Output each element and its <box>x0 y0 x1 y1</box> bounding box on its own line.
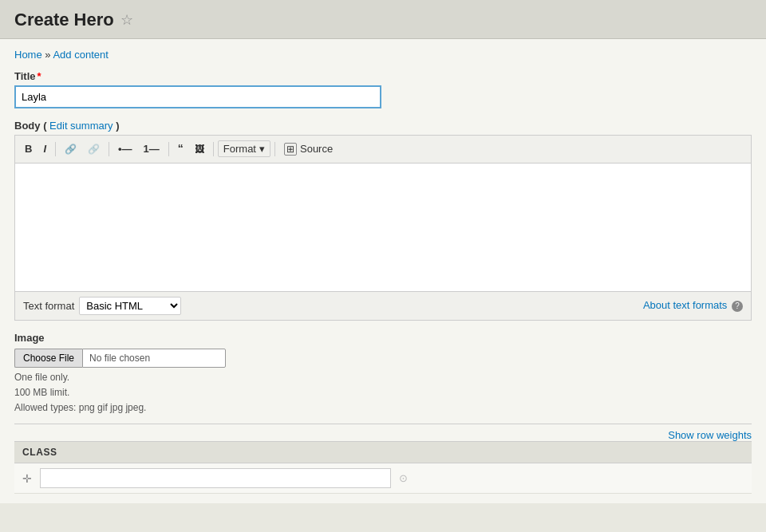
source-button[interactable]: ⊞ Source <box>279 141 338 157</box>
text-format-bar: Text format Basic HTML Restricted HTML F… <box>15 291 751 320</box>
page-title: Create Hero <box>14 10 114 30</box>
breadcrumb-add-content-link[interactable]: Add content <box>53 49 108 61</box>
file-input-wrapper: Choose File No file chosen <box>14 349 752 368</box>
class-input[interactable] <box>40 468 391 488</box>
breadcrumb-separator: » <box>45 49 50 61</box>
format-label: Format <box>223 143 256 155</box>
editor-toolbar: B I 🔗 🔗 •— 1— “ <box>15 136 751 164</box>
toolbar-separator-1 <box>55 142 56 156</box>
file-hint-types: Allowed types: png gif jpg jpeg. <box>14 400 752 416</box>
row-weights-row: Show row weights <box>14 424 752 441</box>
link-icon: 🔗 <box>65 144 77 155</box>
breadcrumb-home-link[interactable]: Home <box>14 49 42 61</box>
edit-summary-link[interactable]: Edit summary <box>49 120 113 132</box>
format-dropdown-arrow: ▾ <box>259 143 265 155</box>
source-icon: ⊞ <box>284 143 297 156</box>
ordered-list-button[interactable]: 1— <box>139 140 164 159</box>
class-section: CLASS ✛ ⊙ <box>14 441 752 494</box>
show-row-weights-link[interactable]: Show row weights <box>668 429 752 441</box>
breadcrumb: Home » Add content <box>14 49 752 61</box>
unordered-list-button[interactable]: •— <box>113 140 137 159</box>
required-indicator: * <box>38 70 41 82</box>
file-hint-size: 100 MB limit. <box>14 385 752 400</box>
bold-button[interactable]: B <box>20 140 37 159</box>
target-icon: ⊙ <box>399 472 408 484</box>
content-area: Home » Add content Title* Body ( Edit su… <box>0 39 766 503</box>
title-label: Title* <box>14 70 752 82</box>
text-format-select[interactable]: Basic HTML Restricted HTML Full HTML <box>79 297 181 315</box>
class-row: ✛ ⊙ <box>14 463 752 494</box>
blockquote-button[interactable]: “ <box>173 139 188 160</box>
link-button[interactable]: 🔗 <box>60 140 81 159</box>
body-field-wrapper: Body ( Edit summary ) B I 🔗 🔗 •— <box>14 120 752 321</box>
editor-body[interactable] <box>15 164 751 291</box>
file-hint: One file only. 100 MB limit. Allowed typ… <box>14 370 752 416</box>
image-icon: 🖼 <box>195 144 204 155</box>
page-header: Create Hero ☆ <box>0 0 766 39</box>
toolbar-separator-4 <box>213 142 214 156</box>
file-name-display: No file chosen <box>82 349 226 368</box>
toolbar-separator-3 <box>168 142 169 156</box>
unordered-list-icon: •— <box>118 143 132 155</box>
unlink-button[interactable]: 🔗 <box>83 140 105 159</box>
toolbar-separator-5 <box>274 142 275 156</box>
about-formats-link[interactable]: About text formats <box>643 299 728 311</box>
favorite-star-icon[interactable]: ☆ <box>120 11 133 29</box>
unlink-icon: 🔗 <box>88 144 100 155</box>
image-button[interactable]: 🖼 <box>190 140 209 159</box>
image-label: Image <box>14 332 752 344</box>
editor-wrapper: B I 🔗 🔗 •— 1— “ <box>14 135 752 321</box>
source-label: Source <box>300 143 333 155</box>
about-formats-wrapper: About text formats ? <box>643 299 743 312</box>
body-label: Body ( Edit summary ) <box>14 120 752 132</box>
blockquote-icon: “ <box>178 142 184 155</box>
file-hint-one-file: One file only. <box>14 370 752 385</box>
italic-button[interactable]: I <box>38 140 51 159</box>
image-field-wrapper: Image Choose File No file chosen One fil… <box>14 332 752 416</box>
class-section-header: CLASS <box>14 442 752 463</box>
text-format-label: Text format <box>23 300 74 312</box>
choose-file-button[interactable]: Choose File <box>14 349 82 368</box>
toolbar-separator-2 <box>109 142 109 156</box>
drag-handle-icon[interactable]: ✛ <box>22 472 32 485</box>
ordered-list-icon: 1— <box>144 143 160 155</box>
help-icon: ? <box>732 301 743 312</box>
title-field-wrapper: Title* <box>14 70 752 108</box>
format-dropdown-button[interactable]: Format ▾ <box>218 140 270 157</box>
title-input[interactable] <box>14 85 381 108</box>
